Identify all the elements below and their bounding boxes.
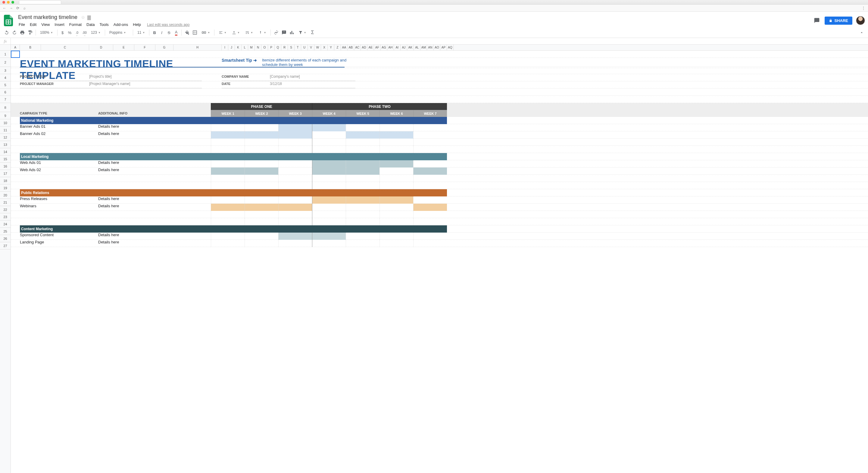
zoom-dropdown[interactable]: 100%▼ <box>38 29 55 36</box>
star-icon[interactable]: ☆ <box>81 15 85 20</box>
row-header-20[interactable]: 20 <box>0 191 10 199</box>
sheet-body[interactable]: EVENT MARKETING TIMELINE TEMPLATESmartsh… <box>11 51 868 473</box>
row-header-9[interactable]: 9 <box>0 112 10 119</box>
row-header-24[interactable]: 24 <box>0 220 10 228</box>
column-header-Z[interactable]: Z <box>334 45 341 50</box>
row-header-11[interactable]: 11 <box>0 126 10 134</box>
row-header-7[interactable]: 7 <box>0 96 10 103</box>
strikethrough-icon[interactable]: S <box>166 29 172 36</box>
column-header-X[interactable]: X <box>321 45 328 50</box>
column-header-AL[interactable]: AL <box>414 45 421 50</box>
row-header-6[interactable]: 6 <box>0 89 10 96</box>
paint-format-icon[interactable] <box>27 29 34 36</box>
horizontal-align-icon[interactable]: ▼ <box>216 29 229 36</box>
menu-help[interactable]: Help <box>131 22 143 27</box>
row-header-12[interactable]: 12 <box>0 134 10 141</box>
menu-format[interactable]: Format <box>67 22 84 27</box>
column-header-AJ[interactable]: AJ <box>401 45 407 50</box>
print-icon[interactable] <box>19 29 26 36</box>
column-header-H[interactable]: H <box>174 45 222 50</box>
reload-icon[interactable]: ⟳ <box>16 6 20 10</box>
menu-edit[interactable]: Edit <box>28 22 38 27</box>
comments-icon[interactable] <box>813 16 821 25</box>
undo-icon[interactable] <box>3 29 10 36</box>
text-wrap-icon[interactable]: ▼ <box>243 29 255 36</box>
column-header-AD[interactable]: AD <box>361 45 367 50</box>
row-header-14[interactable]: 14 <box>0 148 10 155</box>
fill-color-icon[interactable] <box>183 29 191 36</box>
menu-data[interactable]: Data <box>85 22 96 27</box>
column-header-L[interactable]: L <box>242 45 248 50</box>
column-header-C[interactable]: C <box>41 45 89 50</box>
window-minimize-icon[interactable] <box>7 1 10 4</box>
column-header-D[interactable]: D <box>89 45 113 50</box>
column-header-K[interactable]: K <box>235 45 242 50</box>
menu-insert[interactable]: Insert <box>53 22 66 27</box>
back-icon[interactable]: ← <box>2 6 7 10</box>
avatar[interactable] <box>856 16 865 25</box>
column-header-J[interactable]: J <box>228 45 235 50</box>
row-header-19[interactable]: 19 <box>0 184 10 191</box>
column-header-B[interactable]: B <box>20 45 41 50</box>
folder-icon[interactable]: ▇ <box>87 15 91 20</box>
column-header-AG[interactable]: AG <box>381 45 387 50</box>
column-header-T[interactable]: T <box>294 45 301 50</box>
number-format-dropdown[interactable]: 123▼ <box>89 29 103 36</box>
column-header-AH[interactable]: AH <box>387 45 394 50</box>
column-header-AC[interactable]: AC <box>354 45 361 50</box>
vertical-align-icon[interactable]: ▼ <box>229 29 242 36</box>
bold-icon[interactable]: B <box>151 29 158 36</box>
row-header-17[interactable]: 17 <box>0 170 10 177</box>
font-dropdown[interactable]: Poppins▼ <box>107 29 131 36</box>
functions-icon[interactable]: Σ <box>309 29 316 36</box>
redo-icon[interactable] <box>11 29 18 36</box>
row-header-23[interactable]: 23 <box>0 213 10 220</box>
percent-icon[interactable]: % <box>67 29 73 36</box>
row-header-4[interactable]: 4 <box>0 74 10 81</box>
column-header-AK[interactable]: AK <box>407 45 414 50</box>
column-header-S[interactable]: S <box>288 45 294 50</box>
menu-file[interactable]: File <box>17 22 27 27</box>
insert-comment-icon[interactable] <box>280 29 288 36</box>
browser-menu-icon[interactable]: ⋮ <box>861 6 866 10</box>
text-color-icon[interactable]: A <box>173 29 180 36</box>
browser-tab[interactable] <box>19 0 61 4</box>
column-header-R[interactable]: R <box>281 45 288 50</box>
column-header-V[interactable]: V <box>308 45 314 50</box>
column-header-AF[interactable]: AF <box>374 45 381 50</box>
row-header-13[interactable]: 13 <box>0 141 10 148</box>
menu-addons[interactable]: Add-ons <box>112 22 130 27</box>
row-header-8[interactable]: 8 <box>0 103 10 112</box>
row-header-26[interactable]: 26 <box>0 235 10 242</box>
collapse-toolbar-icon[interactable] <box>858 29 865 36</box>
column-header-AE[interactable]: AE <box>367 45 374 50</box>
column-header-AI[interactable]: AI <box>394 45 401 50</box>
row-header-2[interactable]: 2 <box>0 58 10 67</box>
row-header-16[interactable]: 16 <box>0 163 10 170</box>
menu-tools[interactable]: Tools <box>98 22 110 27</box>
row-header-1[interactable]: 1 <box>0 51 10 58</box>
column-header-I[interactable]: I <box>222 45 228 50</box>
column-header-AQ[interactable]: AQ <box>447 45 454 50</box>
row-header-5[interactable]: 5 <box>0 81 10 89</box>
select-all-corner[interactable] <box>0 45 11 51</box>
insert-link-icon[interactable] <box>273 29 280 36</box>
column-header-AP[interactable]: AP <box>440 45 447 50</box>
column-header-P[interactable]: P <box>268 45 275 50</box>
decrease-decimal-icon[interactable]: .0← <box>74 29 81 36</box>
row-header-18[interactable]: 18 <box>0 177 10 184</box>
column-header-A[interactable]: A <box>11 45 20 50</box>
column-header-AB[interactable]: AB <box>347 45 354 50</box>
filter-icon[interactable]: ▼ <box>296 29 309 36</box>
column-header-E[interactable]: E <box>113 45 134 50</box>
tip-link[interactable]: Smartsheet Tip ➜ <box>222 58 257 63</box>
row-header-3[interactable]: 3 <box>0 67 10 74</box>
sheets-logo-icon[interactable] <box>3 15 14 26</box>
forward-icon[interactable]: → <box>9 6 13 10</box>
column-header-AM[interactable]: AM <box>421 45 427 50</box>
column-header-AO[interactable]: AO <box>434 45 440 50</box>
last-edit-link[interactable]: Last edit was seconds ago <box>147 23 189 27</box>
borders-icon[interactable] <box>191 29 198 36</box>
row-header-21[interactable]: 21 <box>0 199 10 206</box>
text-rotation-icon[interactable]: ▼ <box>256 29 269 36</box>
